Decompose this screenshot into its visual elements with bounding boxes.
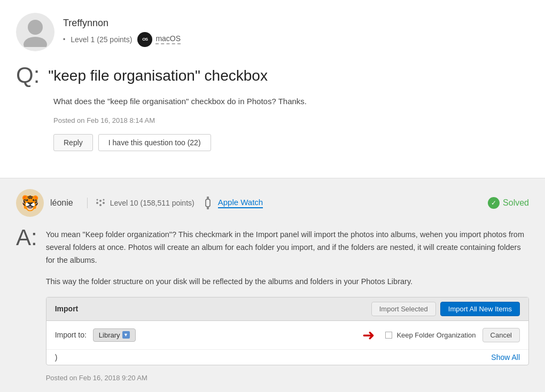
- dropdown-arrow-icon: ▼: [122, 331, 130, 339]
- bullet: •: [63, 36, 65, 43]
- show-all-link[interactable]: Show All: [491, 353, 520, 362]
- svg-point-5: [103, 202, 105, 204]
- q-colon: :: [34, 64, 40, 87]
- platform-label: macOS: [155, 34, 181, 44]
- answerer-level: Level 10 (158,511 points): [95, 198, 194, 208]
- a-label: A :: [16, 229, 40, 249]
- user-meta: • Level 1 (25 points) OS macOS: [63, 32, 181, 47]
- avatar: [16, 13, 54, 51]
- avatar-silhouette-svg: [22, 18, 49, 47]
- user-level: Level 1 (25 points): [71, 35, 132, 44]
- svg-point-6: [96, 199, 98, 201]
- level-icon: [95, 198, 106, 208]
- watch-icon: [202, 196, 214, 210]
- a-colon: :: [31, 226, 37, 249]
- import-panel-title: Import: [55, 304, 79, 313]
- a-letter: A: [16, 226, 31, 249]
- svg-rect-8: [206, 199, 210, 207]
- svg-point-2: [96, 202, 98, 204]
- cancel-button[interactable]: Cancel: [482, 328, 520, 342]
- question-text: What does the "keep file organisation" c…: [53, 95, 529, 108]
- svg-rect-10: [207, 206, 209, 209]
- user-info: Treffynnon • Level 1 (25 points) OS macO…: [63, 18, 181, 47]
- answerer-name: léonie: [50, 198, 73, 208]
- action-buttons: Reply I have this question too (22): [53, 134, 529, 151]
- macos-icon: OS: [137, 32, 152, 47]
- answer-body-wrapper: A : You mean "Keep folder organization"?…: [16, 229, 529, 382]
- import-panel: Import Import Selected Import All New It…: [46, 297, 529, 365]
- q-letter: Q: [16, 64, 34, 87]
- user-header: Treffynnon • Level 1 (25 points) OS macO…: [16, 13, 529, 51]
- keep-folder-checkbox[interactable]: [385, 332, 392, 339]
- question-title: "keep file organisation" checkbox: [48, 66, 268, 85]
- import-panel-header: Import Import Selected Import All New It…: [46, 297, 528, 321]
- question-body: What does the "keep file organisation" c…: [53, 95, 529, 151]
- solved-badge: ✓ Solved: [488, 197, 529, 209]
- import-selected-button[interactable]: Import Selected: [371, 302, 436, 316]
- apple-watch-link[interactable]: Apple Watch: [218, 198, 263, 208]
- svg-point-3: [99, 200, 102, 202]
- answer-text-2: This way the folder structure on your di…: [46, 276, 529, 288]
- library-dropdown[interactable]: Library ▼: [93, 328, 136, 342]
- answerer-level-detail: Level 10 (158,511 points): [110, 199, 194, 207]
- question-posted-date: Posted on Feb 16, 2018 8:14 AM: [53, 116, 529, 124]
- import-all-button[interactable]: Import All New Items: [440, 302, 520, 316]
- answer-posted-date: Posted on Feb 16, 2018 9:20 AM: [46, 374, 529, 382]
- red-arrow-icon: ➜: [362, 326, 375, 344]
- answer-section: 🐯 léonie Level 10 (158,511 points): [0, 178, 545, 392]
- platform-badge: OS macOS: [137, 32, 181, 47]
- keep-folder-area: Keep Folder Organization: [385, 331, 476, 339]
- question-title-row: Q : "keep file organisation" checkbox: [16, 66, 529, 87]
- watch-badge: Apple Watch: [202, 196, 263, 210]
- svg-point-1: [24, 37, 47, 47]
- show-all-left-text: ): [55, 353, 58, 362]
- have-question-too-button[interactable]: I have this question too (22): [98, 134, 211, 151]
- username: Treffynnon: [63, 18, 181, 29]
- solved-checkmark: ✓: [488, 197, 500, 209]
- question-section: Treffynnon • Level 1 (25 points) OS macO…: [0, 0, 545, 178]
- solved-text: Solved: [503, 198, 529, 208]
- header-divider: [87, 198, 88, 208]
- svg-point-7: [103, 199, 104, 201]
- answerer-avatar: 🐯: [16, 189, 44, 217]
- page-wrapper: Treffynnon • Level 1 (25 points) OS macO…: [0, 0, 545, 392]
- answerer-header: 🐯 léonie Level 10 (158,511 points): [16, 189, 529, 217]
- library-option: Library: [99, 331, 120, 339]
- svg-point-4: [99, 204, 102, 206]
- answer-content: You mean "Keep folder organization"? Thi…: [46, 229, 529, 382]
- keep-folder-label: Keep Folder Organization: [396, 331, 476, 339]
- reply-button[interactable]: Reply: [53, 134, 93, 151]
- import-header-buttons: Import Selected Import All New Items: [371, 302, 520, 316]
- svg-rect-9: [207, 197, 209, 200]
- import-panel-body: Import to: Library ▼ ➜ Keep Folder Organ…: [46, 321, 528, 349]
- import-to-label: Import to:: [55, 331, 87, 339]
- q-label: Q :: [16, 66, 42, 87]
- svg-point-0: [28, 20, 43, 35]
- answer-text-1: You mean "Keep folder organization"? Thi…: [46, 229, 529, 267]
- show-all-row: ) Show All: [46, 349, 528, 365]
